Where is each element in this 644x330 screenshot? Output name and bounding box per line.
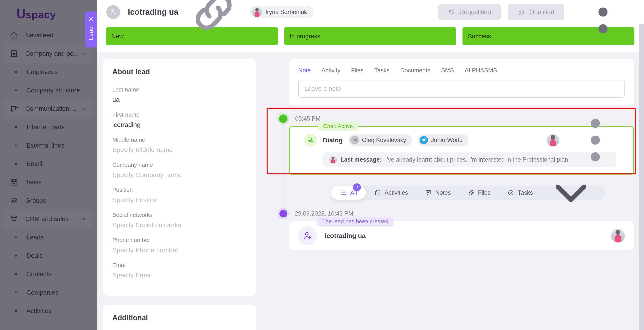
unqualified-button[interactable]: Unqualified [438,4,501,20]
chat-event-time-row: 05:45 PM [276,115,634,123]
timeline: 05:45 PM Chat: Active Dialog OK Oleg Kov… [276,115,634,250]
field-label: First name [112,111,247,118]
lead-panel-tab[interactable]: Lead [85,11,97,47]
contact-chip[interactable]: OK Oleg Kovalevsky [348,134,412,146]
filter-label: Activities [385,189,408,196]
field-label: Phone number [112,237,247,243]
composer-tabs: NoteActivityFilesTasksDocumentsSMSALPHAS… [298,67,625,74]
created-event-badge: The lead has been created [317,217,394,226]
created-event: 29.09.2023, 10:43 PM The lead has been c… [276,210,634,250]
created-event-time: 29.09.2023, 10:43 PM [295,210,353,217]
field-label: Position [112,187,247,193]
field-last-name: Last nameua [112,86,247,103]
chat-bubbles-icon-wrap [304,134,317,147]
tasks-icon [507,189,514,196]
sidebar: Uspacy NewsfeedCompany and pe...Employee… [0,0,97,330]
timeline-connector [283,124,284,210]
filter-all-count-badge: 2 [353,183,361,191]
tab-files[interactable]: Files [351,67,364,74]
tab-sms[interactable]: SMS [441,67,454,74]
tab-alphasms[interactable]: ALPHASMS [464,67,497,74]
field-value[interactable]: Specify Social networks [112,221,247,229]
contact-name: Oleg Kovalevsky [362,137,406,144]
scrollbar[interactable] [640,24,644,330]
note-input[interactable] [298,80,625,98]
stage-label: In progress [290,33,320,40]
filter-label: Tasks [518,189,533,196]
chat-type-label: Dialog [323,137,343,144]
field-value[interactable]: Specify Email [112,271,247,279]
timeline-dot-purple [280,210,287,217]
field-label: Middle name [112,137,247,143]
field-value[interactable]: Specify Middle name [112,146,247,154]
lead-content: About lead Last nameuaFirst nameicotradi… [97,52,644,330]
tab-tasks[interactable]: Tasks [374,67,390,74]
channel-chip[interactable]: JuniorWorld [418,134,468,146]
created-responsible-avatar [611,229,625,243]
composer-card: NoteActivityFilesTasksDocumentsSMSALPHAS… [289,59,634,105]
field-first-name: First nameicotrading [112,111,247,129]
stage-label: New [111,33,124,40]
field-label: Email [112,262,247,268]
created-lead-title: icotrading ua [325,232,366,239]
field-company-name: Company nameSpecify Company name [112,162,247,178]
sidebar-dim-overlay [0,0,97,330]
responsible-avatar [252,7,262,17]
lead-person-icon [303,231,312,241]
filter-activities[interactable]: Activities [366,189,416,196]
lead-detail-panel: icotrading ua Iryna Serbeniuk Unqualifie… [97,0,644,330]
more-menu-icon[interactable] [574,0,632,41]
unqualified-label: Unqualified [460,8,491,16]
created-lead-icon-wrap [298,226,317,245]
copy-link-icon[interactable] [185,0,242,41]
created-event-time-row: 29.09.2023, 10:43 PM [276,210,634,217]
chat-responsible-avatar [547,134,559,147]
page-title: icotrading ua [128,7,178,17]
lead-activity-column: NoteActivityFilesTasksDocumentsSMSALPHAS… [276,59,634,330]
lead-header: icotrading ua Iryna Serbeniuk Unqualifie… [97,0,644,24]
last-message-label: Last message: [340,156,382,163]
filter-files[interactable]: Files [459,189,499,196]
filter-all[interactable]: All 2 [331,186,366,200]
field-value[interactable]: Specify Company name [112,171,247,178]
contact-initials-avatar: OK [350,136,359,144]
header-actions: Unqualified Qualified [438,0,632,41]
additional-card: Additional CommentsSpecify CommentsSourc… [103,305,256,330]
responsible-pill[interactable]: Iryna Serbeniuk [250,6,313,18]
tab-note[interactable]: Note [298,67,311,74]
thumbs-up-icon [518,8,525,16]
field-label: Last name [112,86,247,93]
created-event-card[interactable]: The lead has been created icotrading ua [289,221,634,250]
pipeline-stage-in-progress[interactable]: In progress [284,27,456,45]
last-message-avatar [329,156,337,164]
field-label: Social networks [112,212,247,218]
channel-name: JuniorWorld [431,137,463,144]
field-email: EmailSpecify Email [112,262,247,279]
field-value[interactable]: icotrading [112,121,247,129]
timeline-dot-green [279,115,288,123]
tab-activity[interactable]: Activity [322,67,340,74]
responsible-name: Iryna Serbeniuk [266,9,307,15]
qualified-label: Qualified [530,8,554,16]
chat-bubbles-icon [307,137,314,144]
last-message-text: I've already learnt about prices. I'm in… [385,156,570,163]
activities-icon [374,189,381,196]
filter-tasks[interactable]: Tasks [499,189,541,196]
field-middle-name: Middle nameSpecify Middle name [112,137,247,154]
field-label: Company name [112,162,247,168]
about-lead-title: About lead [112,68,247,76]
lead-entity-avatar [106,5,120,19]
filter-notes[interactable]: Notes [416,189,459,196]
field-position: PositionSpecify Position [112,187,247,204]
lead-tab-label: Lead [88,26,94,40]
field-phone-number: Phone numberSpecify Phone number [112,237,247,254]
list-icon [340,189,347,196]
close-icon[interactable] [88,16,94,22]
field-value[interactable]: ua [112,96,247,103]
field-value[interactable]: Specify Phone number [112,246,247,254]
qualified-button[interactable]: Qualified [508,4,564,20]
filter-label: Notes [435,189,451,196]
tab-documents[interactable]: Documents [400,67,430,74]
telegram-icon [420,136,428,144]
field-value[interactable]: Specify Position [112,196,247,204]
